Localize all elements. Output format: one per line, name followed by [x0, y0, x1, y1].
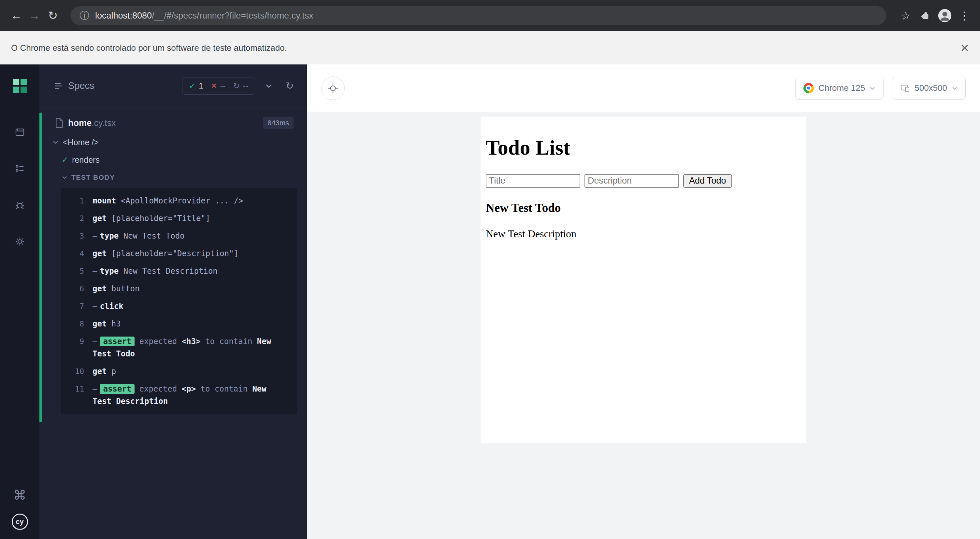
command-number: 6 — [66, 282, 84, 295]
failed-count: -- — [220, 81, 226, 90]
command-number: 3 — [66, 230, 84, 242]
command-arg: <h3> — [182, 337, 201, 346]
command-row[interactable]: 4get [placeholder="Description"] — [60, 245, 297, 262]
passed-icon: ✓ — [189, 81, 196, 90]
command-name: mount — [92, 196, 116, 205]
chevron-down-icon — [52, 139, 59, 146]
bug-icon — [14, 200, 25, 211]
command-content: get [placeholder="Title"] — [92, 212, 284, 225]
command-row[interactable]: 11–assert expected <p> to contain New Te… — [60, 380, 297, 410]
command-number: 5 — [66, 265, 84, 277]
todo-item-description: New Test Description — [486, 228, 801, 240]
spec-duration-badge: 843ms — [263, 117, 294, 129]
stage: Chrome 125 500x500 — [307, 65, 980, 539]
rail-runs-button[interactable] — [11, 160, 29, 178]
command-row[interactable]: 7–click — [60, 298, 297, 315]
suite-row[interactable]: <Home /> — [42, 133, 307, 151]
logo-tile — [13, 79, 19, 85]
todo-description-input[interactable] — [584, 174, 679, 188]
command-log: 1mount <ApolloMockProvider ... />2get [p… — [60, 188, 297, 414]
bookmark-star-button[interactable]: ☆ — [897, 7, 914, 24]
chrome-logo-icon — [803, 83, 814, 94]
reload-icon: ↻ — [48, 9, 58, 22]
command-content: get h3 — [92, 318, 284, 330]
extensions-button[interactable] — [917, 7, 934, 24]
selector-playground-button[interactable] — [321, 76, 345, 100]
specs-menu-icon[interactable] — [54, 81, 64, 91]
rail-settings-button[interactable] — [11, 232, 29, 250]
aut-page-title: Todo List — [486, 136, 801, 160]
checklist-icon — [14, 163, 25, 174]
command-arg: New Test Description — [124, 266, 218, 276]
browser-menu-button[interactable]: ⋮ — [956, 7, 973, 24]
url-origin: localhost:8080 — [95, 11, 152, 21]
test-body-section-row[interactable]: TEST BODY — [42, 169, 307, 186]
command-row[interactable]: 5–type New Test Description — [60, 262, 297, 280]
command-name: get — [92, 319, 107, 328]
command-row[interactable]: 9–assert expected <h3> to contain New Te… — [60, 333, 297, 363]
viewport-icon — [900, 83, 910, 93]
forward-button[interactable]: → — [25, 6, 44, 25]
spec-name: home — [68, 118, 92, 128]
command-row[interactable]: 3–type New Test Todo — [60, 227, 297, 245]
command-row[interactable]: 2get [placeholder="Title"] — [60, 209, 297, 227]
command-content: get [placeholder="Description"] — [92, 247, 284, 260]
spec-file-row[interactable]: home .cy.tsx 843ms — [42, 113, 307, 133]
command-number: 4 — [66, 247, 84, 260]
collapse-all-button[interactable] — [262, 79, 276, 93]
command-number: 2 — [66, 212, 84, 225]
profile-button[interactable] — [936, 7, 953, 24]
site-info-icon[interactable]: ⓘ — [80, 9, 89, 22]
kebab-menu-icon: ⋮ — [959, 9, 970, 22]
command-arg: button — [111, 284, 140, 293]
keyboard-shortcuts-button[interactable]: ⌘ — [13, 488, 26, 503]
stage-body: Todo List Add Todo New Test Todo New Tes… — [307, 112, 980, 539]
command-row[interactable]: 1mount <ApolloMockProvider ... /> — [60, 192, 297, 209]
test-stats: ✓ 1 ✕ -- ↻ -- — [182, 77, 255, 95]
viewport-select-button[interactable]: 500x500 — [892, 77, 966, 100]
add-todo-button[interactable]: Add Todo — [683, 174, 732, 188]
rail-specs-button[interactable] — [11, 123, 29, 141]
command-content: mount <ApolloMockProvider ... /> — [92, 195, 284, 207]
rerun-tests-button[interactable]: ↻ — [282, 79, 297, 93]
command-arg: [placeholder="Description"] — [111, 249, 239, 258]
passed-spec-container: home .cy.tsx 843ms <Home /> ✓ renders — [40, 113, 307, 422]
crosshair-icon — [327, 82, 339, 94]
stage-toolbar-right: Chrome 125 500x500 — [795, 77, 966, 100]
child-command-dash: – — [92, 384, 97, 393]
cypress-app: ⌘ cy Specs ✓ 1 ✕ -- ↻ -- — [0, 65, 980, 539]
command-row[interactable]: 10get p — [60, 363, 297, 380]
spec-file-icon — [55, 118, 64, 128]
command-number: 8 — [66, 318, 84, 330]
avatar — [938, 8, 952, 23]
logo-tile — [21, 79, 27, 85]
browser-topbar: ← → ↻ ⓘ localhost:8080/__/#/specs/runner… — [0, 0, 980, 31]
chevron-down-icon — [265, 82, 273, 90]
browser-select-button[interactable]: Chrome 125 — [795, 77, 884, 100]
rail-bottom: ⌘ cy — [12, 488, 28, 530]
browser-select-label: Chrome 125 — [818, 83, 865, 93]
logo-tile — [21, 87, 27, 93]
stage-toolbar: Chrome 125 500x500 — [307, 65, 980, 112]
chevron-down-icon — [870, 85, 875, 91]
command-row[interactable]: 8get h3 — [60, 315, 297, 333]
assert-badge: assert — [100, 384, 135, 394]
chevron-down-icon — [62, 174, 67, 180]
cypress-logo-button[interactable]: cy — [12, 514, 28, 530]
back-button[interactable]: ← — [7, 6, 25, 25]
rail-debug-button[interactable] — [11, 196, 29, 214]
app-under-test: Todo List Add Todo New Test Todo New Tes… — [480, 117, 807, 443]
command-row[interactable]: 6get button — [60, 280, 297, 298]
url-bar[interactable]: ⓘ localhost:8080/__/#/specs/runner?file=… — [70, 6, 886, 25]
command-arg: [placeholder="Title"] — [111, 214, 210, 223]
infobar-close-button[interactable]: × — [961, 41, 969, 55]
reload-button[interactable]: ↻ — [44, 6, 62, 25]
todo-title-input[interactable] — [486, 174, 580, 188]
command-content: get p — [92, 365, 284, 377]
test-row[interactable]: ✓ renders — [42, 151, 307, 169]
back-icon: ← — [10, 9, 22, 22]
command-name: get — [92, 284, 107, 293]
star-icon: ☆ — [901, 9, 911, 22]
puzzle-icon — [920, 10, 931, 21]
command-name: get — [92, 249, 107, 258]
